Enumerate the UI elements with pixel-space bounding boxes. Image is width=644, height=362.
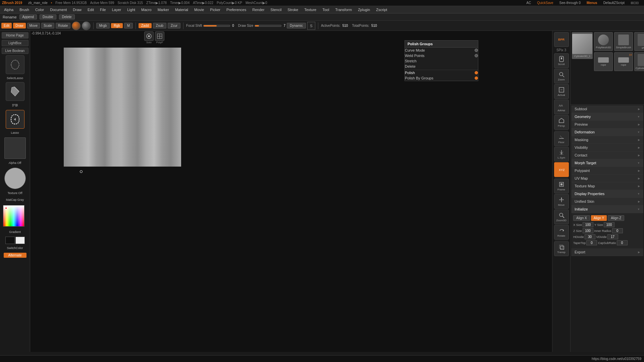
edit-btn[interactable]: Edit xyxy=(1,23,12,28)
preview-section[interactable]: Preview ▶ xyxy=(571,121,643,128)
menus-btn[interactable]: Menus xyxy=(587,1,597,5)
menu-item-material[interactable]: Material xyxy=(172,7,191,12)
color-gradient[interactable] xyxy=(3,205,24,227)
live-boolean-btn[interactable]: Live Boolean xyxy=(2,48,29,54)
initialize-section[interactable]: Initialize ▼ xyxy=(571,205,643,213)
transp-btn[interactable]: Transp xyxy=(554,241,569,256)
menu-item-stencil[interactable]: Stencil xyxy=(268,7,284,12)
canvas-area[interactable]: -0.994,0.714,-0.104 Solo PolyF Polish Gr… xyxy=(30,31,552,352)
menu-item-edit[interactable]: Edit xyxy=(85,7,97,12)
default-zscript[interactable]: DefaultZScript xyxy=(603,1,625,5)
visibility-section[interactable]: Visibility ▶ xyxy=(571,144,643,152)
thumb-rope2[interactable]: 10 rope xyxy=(614,52,633,71)
sphere-icon[interactable] xyxy=(72,21,80,30)
xyz-btn[interactable]: XYZ xyxy=(554,162,569,177)
menu-item-zplugin[interactable]: Zplugin xyxy=(355,7,373,12)
alternate-btn[interactable]: Alternate xyxy=(4,253,26,258)
color-swatch-black[interactable] xyxy=(5,237,15,244)
menu-item-zscript[interactable]: Zscript xyxy=(373,7,390,12)
display-properties-section[interactable]: Display Properties ▼ xyxy=(571,190,643,198)
menu-item-preferences[interactable]: Preferences xyxy=(224,7,249,12)
draw-btn[interactable]: Draw xyxy=(13,23,25,28)
menu-item-texture[interactable]: Texture xyxy=(302,7,319,12)
home-page-btn[interactable]: Home Page xyxy=(2,32,29,39)
geometry-section[interactable]: Geometry ▼ xyxy=(571,113,643,121)
double-btn[interactable]: Double xyxy=(40,14,56,19)
color-swatch-white[interactable] xyxy=(15,237,25,244)
texture-preview[interactable] xyxy=(4,168,26,189)
texture-map-section[interactable]: Texture Map ▶ xyxy=(571,182,643,190)
vdivide-input[interactable] xyxy=(607,234,618,239)
taper-top-input[interactable] xyxy=(586,240,597,245)
rgb-btn[interactable]: Rgb xyxy=(111,23,122,28)
z-size-input[interactable] xyxy=(583,228,593,233)
align-y-btn[interactable]: Align Y xyxy=(591,215,607,221)
mrgb-btn[interactable]: Mrgb xyxy=(96,23,110,28)
zcur-btn[interactable]: Zcur xyxy=(168,23,180,28)
polypaint-section[interactable]: Polypaint ▶ xyxy=(571,167,643,175)
actual-btn[interactable]: Actual xyxy=(554,84,569,99)
aahal-btn[interactable]: AA AAHal xyxy=(554,100,569,114)
menu-item-layer[interactable]: Layer xyxy=(109,7,124,12)
menu-item-macro[interactable]: Macro xyxy=(139,7,154,12)
append-btn[interactable]: Append xyxy=(19,14,37,19)
lightbox-btn[interactable]: LightBox xyxy=(2,40,29,46)
zoom-btn[interactable]: Zoom xyxy=(554,69,569,83)
menu-item-alpha[interactable]: Alpha xyxy=(1,7,16,12)
solo-btn[interactable] xyxy=(144,32,154,41)
deformation-section[interactable]: Deformation ▼ xyxy=(571,128,643,136)
move3d-btn[interactable]: Move xyxy=(554,194,569,209)
scale-btn[interactable]: Scale xyxy=(41,23,54,28)
quick-save-btn[interactable]: QuickSave xyxy=(537,1,553,5)
thumb-ipri[interactable]: IPri xyxy=(634,32,644,51)
menu-item-brush[interactable]: Brush xyxy=(17,7,32,12)
color-picker[interactable] xyxy=(3,205,27,228)
menu-item-tool[interactable]: Tool xyxy=(320,7,332,12)
capsub-input[interactable] xyxy=(617,240,628,245)
thumb-rope1[interactable]: rope xyxy=(594,52,613,71)
sphere2-icon[interactable] xyxy=(82,21,91,30)
alpha-off-label[interactable]: Alpha Off xyxy=(2,160,29,166)
texture-off-label[interactable]: Texture Off xyxy=(2,190,29,196)
inner-radius-input[interactable] xyxy=(612,228,623,233)
zoom3d-btn[interactable]: Zoom3D xyxy=(554,209,569,224)
floor-btn[interactable]: Floor xyxy=(554,131,569,146)
menu-item-picker[interactable]: Picker xyxy=(207,7,223,12)
menu-item-render[interactable]: Render xyxy=(250,7,267,12)
lsym-btn[interactable]: L.Sym xyxy=(554,147,569,162)
viewport[interactable] xyxy=(64,48,181,167)
move-btn[interactable]: Move xyxy=(27,23,40,28)
menu-item-marker[interactable]: Marker xyxy=(155,7,172,12)
menu-item-transform[interactable]: Transform xyxy=(332,7,355,12)
polish-by-groups-dot[interactable] xyxy=(475,76,478,80)
focal-shift-slider[interactable] xyxy=(203,25,230,27)
subtool-section[interactable]: Subtool ▶ xyxy=(571,105,643,113)
thumb-cylinder3d[interactable]: Cylinder3D_1 xyxy=(572,32,593,59)
masking-section[interactable]: Masking ▶ xyxy=(571,136,643,144)
menu-item-stroke[interactable]: Stroke xyxy=(285,7,301,12)
polish-dot[interactable] xyxy=(475,71,478,74)
unified-skin-section[interactable]: Unified Skin ▶ xyxy=(571,198,643,205)
alpha-preview[interactable] xyxy=(4,137,26,159)
lasso-brush[interactable] xyxy=(6,110,24,129)
rotate3d-btn[interactable]: Rotate xyxy=(554,225,569,240)
menu-item-movie[interactable]: Movie xyxy=(192,7,207,12)
weld-points-dot[interactable] xyxy=(475,54,478,57)
scroll-btn[interactable]: Scroll xyxy=(554,53,569,68)
draw-size-slider[interactable] xyxy=(255,25,281,27)
m-btn[interactable]: M xyxy=(124,23,133,28)
curve-mode-dot[interactable] xyxy=(475,49,478,52)
brush2-icon[interactable] xyxy=(6,82,24,101)
polyf-btn[interactable] xyxy=(155,32,164,41)
y-size-input[interactable] xyxy=(604,222,614,227)
menu-item-light[interactable]: Light xyxy=(124,7,138,12)
menu-item-file[interactable]: File xyxy=(97,7,109,12)
rotate-btn[interactable]: Rotate xyxy=(56,23,70,28)
export-section[interactable]: Export ▶ xyxy=(571,248,643,256)
thumb-cylinder3d-2[interactable]: Cylinder3D_1 xyxy=(634,52,644,71)
see-through[interactable]: See-through 0 xyxy=(559,1,581,5)
zsub-btn[interactable]: Zsub xyxy=(153,23,166,28)
menu-item-draw[interactable]: Draw xyxy=(70,7,84,12)
menu-item-document[interactable]: Document xyxy=(47,7,69,12)
morph-target-section[interactable]: Morph Target ▼ xyxy=(571,159,643,167)
